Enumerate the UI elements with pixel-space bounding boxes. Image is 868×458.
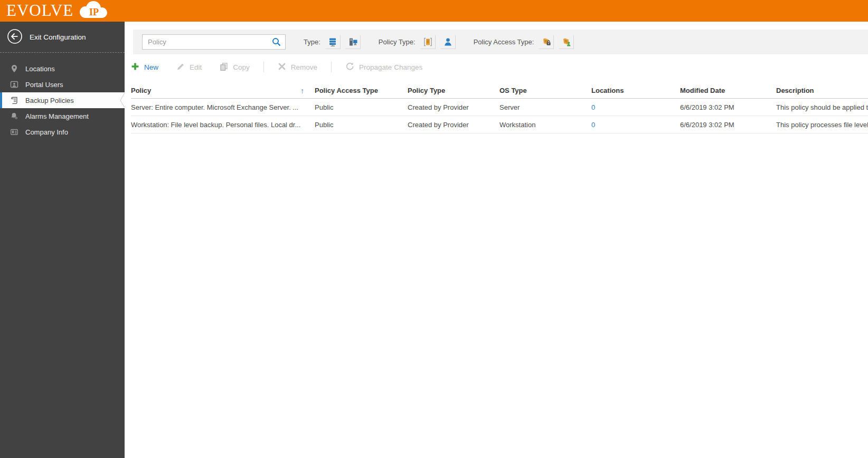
main-content: Type:: [125, 22, 868, 458]
company-info-icon: [10, 128, 18, 137]
sidebar-item-label: Alarms Management: [25, 112, 89, 120]
column-header-policy[interactable]: Policy ↑: [131, 87, 315, 95]
provider-policy-icon[interactable]: [420, 35, 436, 49]
private-policy-lock-icon[interactable]: [539, 35, 554, 49]
column-header-description[interactable]: Description: [776, 87, 868, 94]
sidebar-item-label: Backup Policies: [25, 97, 74, 104]
sidebar-item-label: Portal Users: [25, 81, 63, 89]
action-separator: [263, 62, 264, 72]
policies-table: Policy ↑ Policy Access Type Policy Type …: [131, 83, 868, 133]
sidebar: Exit Configuration Locations Portal User…: [0, 22, 125, 458]
sidebar-menu: Locations Portal Users: [0, 61, 125, 140]
description-cell: This policy should be applied to servers: [776, 103, 868, 111]
top-bar: EVOLVE IP: [0, 0, 868, 22]
search-icon[interactable]: [272, 37, 281, 49]
column-header-policy-access-type[interactable]: Policy Access Type: [315, 87, 408, 94]
x-icon: [278, 62, 286, 72]
remove-button[interactable]: Remove: [278, 62, 317, 72]
column-header-policy-type[interactable]: Policy Type: [408, 87, 499, 94]
copy-label: Copy: [233, 63, 250, 71]
search-input[interactable]: [142, 34, 286, 50]
policy-access-type-filter-label: Policy Access Type:: [474, 38, 534, 46]
filter-group-type: Type:: [304, 35, 361, 49]
access-type-cell: Public: [315, 103, 408, 111]
policy-search: [142, 34, 286, 50]
column-header-modified-date[interactable]: Modified Date: [680, 87, 776, 94]
user-policy-icon[interactable]: [440, 35, 456, 49]
new-button[interactable]: New: [131, 62, 158, 72]
sidebar-item-portal-users[interactable]: Portal Users: [0, 77, 125, 92]
logo-text: EVOLVE: [6, 2, 73, 18]
modified-date-cell: 6/6/2019 3:02 PM: [680, 103, 776, 111]
policy-type-filter-label: Policy Type:: [379, 38, 416, 46]
exit-configuration-label: Exit Configuration: [30, 33, 86, 41]
os-type-cell: Workstation: [499, 121, 591, 129]
policy-type-cell: Created by Provider: [408, 103, 499, 111]
edit-button[interactable]: Edit: [176, 62, 202, 72]
modified-date-cell: 6/6/2019 3:02 PM: [680, 121, 776, 129]
table-row[interactable]: Workstation: File level backup. Personal…: [131, 116, 868, 133]
os-type-cell: Server: [499, 103, 591, 111]
plus-icon: [131, 62, 139, 72]
policy-cell: Workstation: File level backup. Personal…: [131, 121, 315, 129]
sidebar-item-label: Locations: [25, 65, 55, 73]
alarm-bell-icon: [10, 112, 18, 121]
table-row[interactable]: Server: Entire computer. Microsoft Excha…: [131, 99, 868, 116]
svg-text:IP: IP: [89, 7, 99, 17]
locations-count-link[interactable]: 0: [591, 121, 595, 129]
sidebar-item-backup-policies[interactable]: Backup Policies: [0, 92, 125, 108]
sidebar-item-label: Company Info: [25, 128, 68, 136]
cloud-ip-icon: IP: [77, 1, 109, 22]
portal-user-icon: [10, 80, 18, 89]
propagate-changes-label: Propagate Changes: [359, 63, 422, 71]
access-type-cell: Public: [315, 121, 408, 129]
sort-ascending-icon[interactable]: ↑: [300, 87, 304, 95]
remove-label: Remove: [291, 63, 317, 71]
action-separator: [331, 62, 332, 72]
policy-scroll-icon: [10, 96, 18, 105]
column-header-os-type[interactable]: OS Type: [499, 87, 591, 94]
policy-type-cell: Created by Provider: [408, 121, 499, 129]
new-label: New: [144, 63, 158, 71]
action-bar: New Edit Copy: [131, 60, 868, 74]
refresh-icon: [345, 62, 354, 72]
table-header-row: Policy ↑ Policy Access Type Policy Type …: [131, 83, 868, 99]
filter-toolbar: Type:: [133, 30, 868, 54]
filter-group-policy-type: Policy Type:: [379, 35, 456, 49]
copy-icon: [220, 62, 228, 72]
public-policy-user-icon[interactable]: [559, 35, 574, 49]
propagate-changes-button[interactable]: Propagate Changes: [345, 62, 422, 72]
selected-item-notch: [119, 92, 125, 108]
sidebar-item-company-info[interactable]: Company Info: [0, 124, 125, 140]
sidebar-item-alarms-management[interactable]: Alarms Management: [0, 108, 125, 124]
filter-group-policy-access-type: Policy Access Type:: [474, 35, 574, 49]
edit-label: Edit: [190, 63, 202, 71]
server-icon[interactable]: [325, 35, 341, 49]
location-pin-icon: [10, 64, 18, 73]
description-cell: This policy processes file level backups: [776, 121, 868, 129]
type-filter-label: Type:: [304, 38, 320, 46]
locations-count-link[interactable]: 0: [591, 103, 595, 111]
copy-button[interactable]: Copy: [220, 62, 250, 72]
column-header-locations[interactable]: Locations: [591, 87, 680, 94]
policy-cell: Server: Entire computer. Microsoft Excha…: [131, 103, 315, 111]
exit-configuration-button[interactable]: Exit Configuration: [0, 22, 125, 53]
evolve-ip-logo: EVOLVE IP: [6, 1, 109, 22]
workstation-icon[interactable]: [345, 35, 361, 49]
pencil-icon: [176, 62, 185, 72]
back-arrow-icon: [7, 28, 23, 46]
sidebar-item-locations[interactable]: Locations: [0, 61, 125, 77]
